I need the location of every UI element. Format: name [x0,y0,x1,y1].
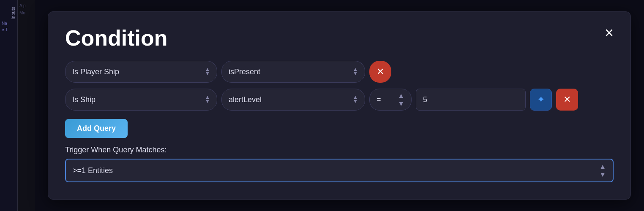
sidebar-item-et: e T [2,27,16,32]
row2-operator-select[interactable]: = ▲ ▼ [369,89,412,111]
row2-field1-spinner-icon: ▲ ▼ [205,95,210,103]
row1-delete-button[interactable]: ✕ [369,61,391,83]
row2-field1-text: Is Ship [72,95,96,104]
row2-delete-icon: ✕ [563,94,571,105]
trigger-select-text: >=1 Entities [73,166,113,175]
row2-value-text: 5 [423,95,427,104]
query-row-2: Is Ship ▲ ▼ alertLevel ▲ ▼ [65,89,614,111]
query-row-1: Is Player Ship ▲ ▼ isPresent ▲ ▼ [65,61,614,83]
row1-delete-icon: ✕ [377,66,384,77]
main-area: A p Mo Condition × Is Player Ship ▲ ▼ [18,0,644,211]
row1-field1-text: Is Player Ship [72,68,119,76]
row2-link-icon: ✦ [537,94,545,105]
query-rows: Is Player Ship ▲ ▼ isPresent ▲ ▼ [65,61,614,111]
bg-left-item-2: Mo [19,11,33,15]
row1-field1-spinner-icon: ▲ ▼ [205,68,210,76]
add-query-button[interactable]: Add Query [65,119,128,138]
row2-delete-button[interactable]: ✕ [556,89,578,111]
bg-left-item-1: A p [19,3,33,8]
row1-field2-select[interactable]: isPresent ▲ ▼ [221,61,365,83]
bg-left-panel: A p Mo [18,0,35,211]
row2-field1-select[interactable]: Is Ship ▲ ▼ [65,89,217,111]
row1-field2-text: isPresent [229,68,260,76]
dialog-overlay: Condition × Is Player Ship ▲ ▼ isPresent [35,0,644,211]
row2-operator-text: = [377,95,381,104]
row2-field2-text: alertLevel [229,95,262,104]
sidebar-item-na: Na [2,21,16,26]
row1-field2-spinner-icon: ▲ ▼ [353,68,358,76]
dialog-title: Condition [65,27,614,49]
condition-dialog: Condition × Is Player Ship ▲ ▼ isPresent [48,11,631,200]
row2-link-button[interactable]: ✦ [530,89,552,111]
row2-value-field[interactable]: 5 [416,89,526,111]
row2-field2-select[interactable]: alertLevel ▲ ▼ [221,89,365,111]
row2-field2-spinner-icon: ▲ ▼ [353,95,358,103]
close-button[interactable]: × [601,24,617,42]
row2-operator-spinner-icon: ▲ ▼ [398,92,404,108]
row1-field1-select[interactable]: Is Player Ship ▲ ▼ [65,61,217,83]
trigger-label: Trigger When Query Matches: [65,146,614,154]
sidebar: Inputs Na e T [0,0,18,211]
sidebar-title: Inputs [2,7,16,19]
trigger-select[interactable]: >=1 Entities ▲ ▼ [65,159,614,182]
trigger-select-spinner-icon: ▲ ▼ [599,163,606,179]
